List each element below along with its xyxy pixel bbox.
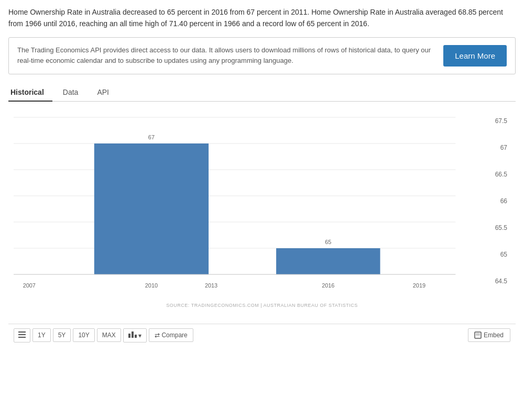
svg-rect-19 (132, 331, 134, 338)
svg-rect-17 (18, 337, 26, 338)
toolbar: 1Y 5Y 10Y MAX ▾ ⇄ Compare Embed (8, 324, 516, 347)
svg-text:2010: 2010 (145, 282, 158, 289)
tab-data[interactable]: Data (61, 84, 87, 101)
y-label-64-5: 64.5 (495, 278, 507, 285)
svg-rect-18 (128, 334, 130, 338)
svg-rect-16 (18, 334, 26, 335)
learn-more-button[interactable]: Learn More (443, 45, 507, 67)
1y-button[interactable]: 1Y (32, 328, 51, 342)
max-button[interactable]: MAX (97, 328, 121, 342)
embed-icon (475, 332, 481, 338)
svg-text:65: 65 (325, 239, 331, 245)
svg-text:2007: 2007 (23, 282, 36, 289)
svg-text:2019: 2019 (413, 282, 425, 289)
svg-rect-15 (18, 331, 26, 333)
5y-button[interactable]: 5Y (53, 328, 71, 342)
y-label-67-5: 67.5 (495, 117, 507, 125)
y-axis: 67.5 67 66.5 66 65.5 65 64.5 (482, 112, 510, 301)
bar-2011 (94, 143, 209, 274)
svg-text:67: 67 (148, 134, 155, 140)
y-label-66: 66 (500, 197, 507, 205)
chart-inner: 67 65 2007 2010 2013 2016 2019 67.5 (14, 112, 510, 301)
chart-svg-container: 67 65 2007 2010 2013 2016 2019 (14, 112, 482, 301)
y-label-65: 65 (500, 251, 507, 258)
compare-button[interactable]: ⇄ Compare (149, 328, 193, 342)
chart-type-button[interactable]: ▾ (123, 328, 147, 342)
tab-api[interactable]: API (95, 84, 117, 101)
y-label-66-5: 66.5 (495, 171, 507, 178)
tabs-container: Historical Data API (8, 84, 516, 102)
svg-rect-22 (476, 333, 480, 336)
10y-button[interactable]: 10Y (73, 328, 94, 342)
svg-text:2016: 2016 (322, 282, 334, 289)
list-view-button[interactable] (14, 328, 30, 342)
api-banner: The Trading Economics API provides direc… (8, 37, 516, 74)
chart-source: SOURCE: TRADINGECONOMICS.COM | AUSTRALIA… (14, 303, 510, 308)
bar-chart-svg: 67 65 2007 2010 2013 2016 2019 (14, 112, 482, 301)
svg-text:2013: 2013 (205, 282, 217, 289)
main-container: Home Ownership Rate in Australia decreas… (0, 0, 524, 353)
tab-historical[interactable]: Historical (8, 84, 52, 102)
description-text: Home Ownership Rate in Australia decreas… (8, 6, 516, 30)
svg-rect-20 (135, 335, 137, 338)
bar-2016 (276, 248, 380, 274)
y-label-67: 67 (500, 144, 507, 151)
api-banner-text: The Trading Economics API provides direc… (17, 45, 433, 66)
embed-button[interactable]: Embed (468, 328, 510, 342)
list-icon (18, 331, 26, 338)
bar-chart-icon (128, 331, 137, 338)
chart-area: 67 65 2007 2010 2013 2016 2019 67.5 (8, 102, 516, 322)
y-label-65-5: 65.5 (495, 224, 507, 231)
